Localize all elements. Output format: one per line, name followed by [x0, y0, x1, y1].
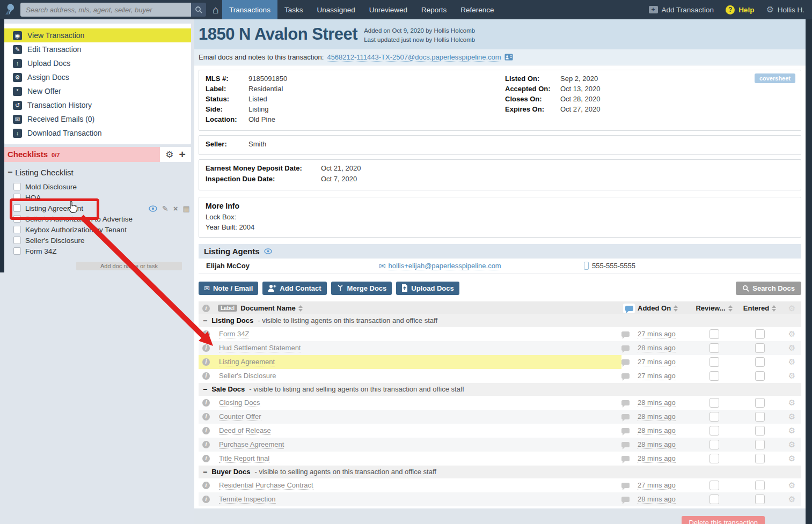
review-checkbox[interactable]	[709, 495, 719, 504]
add-transaction-button[interactable]: + Add Transaction	[649, 6, 714, 14]
tab-unreviewed[interactable]: Unreviewed	[362, 0, 414, 19]
info-icon[interactable]: i	[202, 372, 210, 380]
search-input[interactable]	[20, 3, 191, 17]
added-time[interactable]: 27 mins ago	[638, 358, 676, 366]
row-gear-icon[interactable]: ⚙	[788, 440, 795, 448]
sort-document-name[interactable]: Label Document Name	[214, 301, 621, 315]
merge-docs-button[interactable]: Merge Docs	[331, 282, 392, 295]
row-gear-icon[interactable]: ⚙	[788, 330, 795, 338]
review-checkbox[interactable]	[709, 343, 719, 353]
search-button[interactable]	[191, 3, 206, 17]
added-time[interactable]: 27 mins ago	[638, 372, 676, 380]
entered-checkbox[interactable]	[755, 412, 765, 422]
review-checkbox[interactable]	[709, 357, 719, 367]
sidebar-item-transaction-history[interactable]: ↺ Transaction History	[4, 98, 191, 112]
review-checkbox[interactable]	[709, 371, 719, 381]
row-gear-icon[interactable]: ⚙	[788, 412, 795, 420]
added-time[interactable]: 28 mins ago	[638, 344, 676, 352]
sidebar-item-received-emails[interactable]: ✉ Received Emails (0)	[4, 112, 191, 126]
checklists-settings-gear-icon[interactable]: ⚙	[165, 150, 173, 159]
added-time[interactable]: 28 mins ago	[638, 412, 676, 421]
checklist-collapse-toggle[interactable]: − Listing Checklist	[8, 167, 74, 177]
sort-entered[interactable]: Entered	[737, 301, 782, 315]
checkbox[interactable]	[13, 226, 21, 233]
entered-checkbox[interactable]	[755, 454, 765, 463]
comment-icon[interactable]	[621, 331, 630, 337]
doc-link[interactable]: Seller's Disclosure	[219, 372, 276, 380]
delete-x-icon[interactable]: ×	[173, 204, 178, 213]
doc-link[interactable]: Closing Docs	[219, 398, 260, 407]
added-time[interactable]: 28 mins ago	[638, 454, 676, 463]
sidebar-item-edit-transaction[interactable]: ✎ Edit Transaction	[4, 42, 191, 56]
row-gear-icon[interactable]: ⚙	[788, 481, 795, 489]
sort-added-on[interactable]: Added On	[638, 301, 691, 315]
entered-checkbox[interactable]	[755, 495, 765, 504]
app-logo[interactable]	[0, 0, 20, 19]
sidebar-item-new-offer[interactable]: * New Offer	[4, 84, 191, 98]
comment-icon[interactable]	[621, 497, 630, 502]
review-checkbox[interactable]	[709, 412, 719, 422]
row-gear-icon[interactable]: ⚙	[788, 372, 795, 380]
info-icon[interactable]: i	[202, 496, 210, 503]
review-checkbox[interactable]	[709, 481, 719, 490]
row-gear-icon[interactable]: ⚙	[788, 454, 795, 462]
checklist-item-sellers-authorization[interactable]: Seller's Authorization to Advertise	[0, 213, 194, 224]
doc-link[interactable]: Counter Offer	[219, 412, 261, 421]
collapse-group-icon[interactable]: −	[203, 316, 207, 325]
info-icon[interactable]: i	[202, 455, 210, 462]
note-email-button[interactable]: ✉ Note / Email	[199, 282, 258, 295]
added-time[interactable]: 28 mins ago	[638, 398, 676, 407]
comment-icon[interactable]	[621, 345, 630, 351]
comment-icon[interactable]	[621, 373, 630, 379]
comment-icon[interactable]	[621, 483, 630, 488]
doc-link[interactable]: Form 34Z	[219, 330, 249, 338]
doc-link[interactable]: Title Report final	[219, 454, 269, 463]
review-checkbox[interactable]	[709, 454, 719, 463]
checkbox[interactable]	[13, 204, 21, 212]
visibility-eye-icon[interactable]	[264, 248, 272, 254]
doc-link[interactable]: Residential Purchase Contract	[219, 481, 313, 490]
review-checkbox[interactable]	[709, 426, 719, 436]
user-menu[interactable]: ⚙ Hollis H.	[766, 5, 804, 14]
added-time[interactable]: 28 mins ago	[638, 426, 676, 435]
checkbox[interactable]	[13, 183, 21, 190]
comment-icon[interactable]	[621, 442, 630, 447]
review-checkbox[interactable]	[709, 398, 719, 408]
info-icon[interactable]: i	[202, 399, 210, 407]
row-gear-icon[interactable]: ⚙	[788, 398, 795, 407]
info-icon[interactable]: i	[202, 482, 210, 489]
sort-reviewed[interactable]: Review...	[691, 301, 737, 315]
sidebar-item-upload-docs[interactable]: ↑ Upload Docs	[4, 56, 191, 70]
comment-icon[interactable]	[621, 400, 630, 405]
contact-card-icon[interactable]	[504, 54, 513, 61]
row-gear-icon[interactable]: ⚙	[788, 426, 795, 434]
row-gear-icon[interactable]: ⚙	[788, 344, 795, 352]
collapse-group-icon[interactable]: −	[203, 468, 207, 476]
sidebar-item-download-transaction[interactable]: ↓ Download Transaction	[4, 126, 191, 140]
comment-icon[interactable]	[621, 456, 630, 461]
collapse-group-icon[interactable]: −	[203, 385, 207, 394]
checklist-item-mold-disclosure[interactable]: Mold Disclosure	[0, 181, 194, 192]
checkbox[interactable]	[13, 247, 21, 255]
entered-checkbox[interactable]	[755, 343, 765, 353]
checklist-item-sellers-disclosure[interactable]: Seller's Disclosure	[0, 235, 194, 246]
doc-link[interactable]: Listing Agreement	[219, 358, 275, 366]
info-icon[interactable]: i	[202, 427, 210, 434]
sidebar-item-view-transaction[interactable]: ◉ View Transaction	[4, 28, 191, 42]
info-icon[interactable]: i	[202, 441, 210, 448]
checklist-item-hoa[interactable]: HOA	[0, 192, 194, 203]
checkbox[interactable]	[13, 237, 21, 244]
checkbox[interactable]	[13, 194, 21, 201]
entered-checkbox[interactable]	[755, 398, 765, 408]
eye-icon[interactable]	[149, 205, 157, 212]
entered-checkbox[interactable]	[755, 357, 765, 367]
review-checkbox[interactable]	[709, 440, 719, 449]
tab-reports[interactable]: Reports	[414, 0, 453, 19]
doc-link[interactable]: Termite Inspection	[219, 495, 276, 504]
table-settings-gear-icon[interactable]: ⚙	[788, 304, 795, 312]
doc-link[interactable]: Deed of Release	[219, 426, 271, 435]
tab-transactions[interactable]: Transactions	[222, 0, 277, 19]
review-checkbox[interactable]	[709, 329, 719, 339]
entered-checkbox[interactable]	[755, 440, 765, 449]
tab-unassigned[interactable]: Unassigned	[310, 0, 362, 19]
